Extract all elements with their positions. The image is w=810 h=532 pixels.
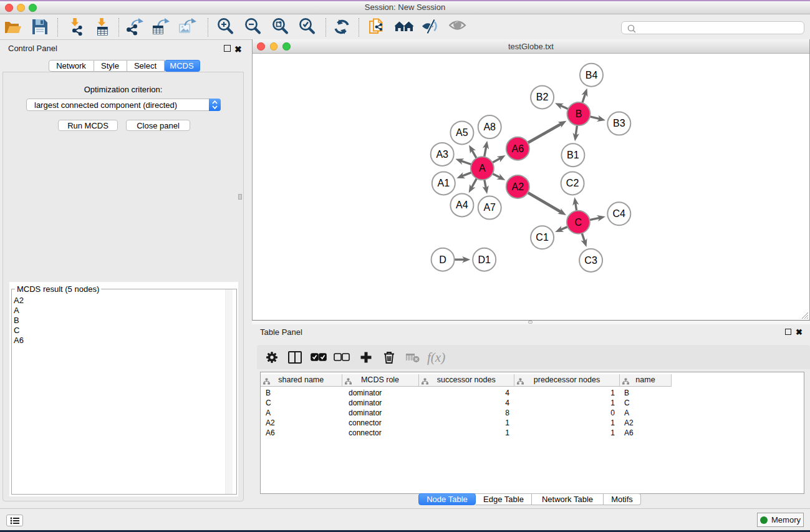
svg-text:B3: B3 bbox=[613, 118, 625, 128]
svg-text:A2: A2 bbox=[512, 181, 524, 191]
svg-text:A3: A3 bbox=[436, 148, 448, 159]
svg-text:A7: A7 bbox=[483, 202, 496, 213]
svg-text:C3: C3 bbox=[584, 254, 597, 265]
svg-text:A1: A1 bbox=[438, 178, 450, 188]
svg-text:B: B bbox=[576, 108, 582, 118]
svg-text:C1: C1 bbox=[536, 232, 549, 243]
svg-text:C4: C4 bbox=[613, 208, 626, 219]
svg-text:A8: A8 bbox=[483, 121, 496, 132]
svg-text:B2: B2 bbox=[536, 92, 549, 102]
svg-text:A: A bbox=[479, 163, 486, 173]
svg-text:B4: B4 bbox=[586, 69, 598, 80]
svg-text:A6: A6 bbox=[512, 143, 524, 153]
svg-text:C: C bbox=[575, 216, 582, 227]
svg-text:A5: A5 bbox=[456, 127, 468, 138]
svg-text:A4: A4 bbox=[456, 200, 468, 210]
svg-text:B1: B1 bbox=[567, 150, 579, 160]
svg-text:D: D bbox=[439, 254, 446, 264]
svg-text:C2: C2 bbox=[566, 178, 579, 188]
svg-text:D1: D1 bbox=[478, 254, 491, 264]
